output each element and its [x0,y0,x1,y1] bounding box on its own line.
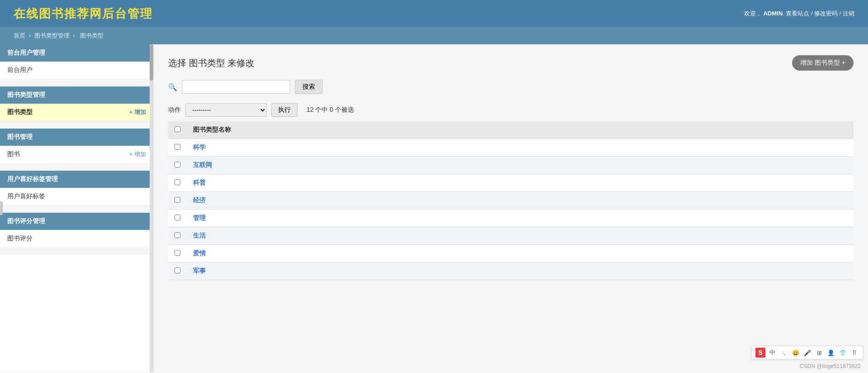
breadcrumb-category-mgmt[interactable]: 图书类型管理 [34,32,70,39]
row-checkbox-cell [168,227,187,245]
table-col-name: 图书类型名称 [187,121,854,139]
sidebar-spacer-4 [0,206,153,213]
select-all-checkbox[interactable] [175,126,180,132]
row-checkbox-4[interactable] [175,197,180,203]
ime-grid-icon[interactable]: ⊞ [814,348,824,358]
action-bar: 动作 --------- 执行 12 个中 0 个被选 [168,103,854,117]
app-title: 在线图书推荐网后台管理 [14,6,153,22]
breadcrumb-home[interactable]: 首页 [14,32,25,39]
ime-dots-icon[interactable]: ⠿ [849,348,859,358]
sidebar-collapse-button[interactable]: « [0,201,3,215]
row-checkbox-cell [168,245,187,263]
ime-user-icon[interactable]: 👤 [826,348,836,358]
row-name-cell: 科普 [187,174,854,192]
footer: CSDN @linge511873822 [800,363,861,369]
sidebar-item-book-rating[interactable]: 图书评分 [0,230,153,248]
row-checkbox-1[interactable] [175,144,180,150]
search-icon: 🔍 [168,83,177,91]
row-checkbox-7[interactable] [175,250,180,256]
ime-toolbar: S 中 ·, 😀 🎤 ⊞ 👤 👕 ⠿ [751,346,863,359]
row-checkbox-cell [168,263,187,280]
category-table-body: 科学 互联网 科普 经济 [168,139,854,280]
breadcrumb: 首页 › 图书类型管理 › 图书类型 [0,27,868,44]
execute-button[interactable]: 执行 [271,103,297,117]
action-select[interactable]: --------- [185,103,267,117]
ime-shirt-icon[interactable]: 👕 [838,348,848,358]
sidebar-section-rating-mgmt: 图书评分管理 [0,213,153,230]
selection-info: 12 个中 0 个被选 [307,106,354,114]
row-checkbox-5[interactable] [175,215,180,220]
row-checkbox-2[interactable] [175,162,180,167]
row-name-cell: 军事 [187,263,854,280]
breadcrumb-current: 图书类型 [80,32,104,39]
row-checkbox-8[interactable] [175,268,180,273]
row-name-link-1[interactable]: 科学 [193,143,206,151]
table-row: 生活 [168,227,854,245]
sidebar-section-user-mgmt: 前台用户管理 [0,44,153,62]
table-row: 科学 [168,139,854,157]
row-name-cell: 经济 [187,192,854,210]
view-site-link[interactable]: 查看站点 [786,10,809,17]
row-name-cell: 生活 [187,227,854,245]
ime-mic-icon[interactable]: 🎤 [802,348,812,358]
row-checkbox-cell [168,157,187,174]
sidebar-spacer-5 [0,248,153,255]
sidebar-section-book-mgmt: 图书管理 [0,129,153,146]
table-row: 爱情 [168,245,854,263]
scrollbar-thumb[interactable] [150,44,153,81]
sidebar-item-book-type[interactable]: 图书类型 + 增加 [0,104,153,121]
row-checkbox-cell [168,139,187,157]
search-input[interactable] [182,80,290,94]
main-content: 选择 图书类型 来修改 增加 图书类型 + 🔍 搜索 动作 --------- … [154,44,868,372]
table-row: 科普 [168,174,854,192]
footer-watermark: CSDN @linge511873822 [800,363,861,369]
table-header-row: 图书类型名称 [168,121,854,139]
row-name-link-6[interactable]: 生活 [193,232,206,239]
ime-zh-icon[interactable]: 中 [767,348,777,358]
sidebar-scroll: 前台用户管理 前台用户 图书类型管理 图书类型 + 增加 图书管理 图书 + 增… [0,44,153,372]
admin-name: ADMIN [763,10,783,17]
sidebar-item-frontend-user[interactable]: 前台用户 [0,62,153,79]
ime-s-icon: S [755,348,765,358]
sidebar-section-book-type-mgmt: 图书类型管理 [0,86,153,104]
row-name-cell: 科学 [187,139,854,157]
ime-emoji-icon[interactable]: 😀 [791,348,801,358]
row-name-cell: 互联网 [187,157,854,174]
row-name-cell: 爱情 [187,245,854,263]
header: 在线图书推荐网后台管理 欢迎， ADMIN. 查看站点 / 修改密码 / 注销 [0,0,868,27]
ime-dot-icon[interactable]: ·, [779,348,789,358]
sidebar-spacer-1 [0,79,153,86]
select-all-header [168,121,187,139]
category-table: 图书类型名称 科学 互联网 科普 [168,121,854,280]
layout: 前台用户管理 前台用户 图书类型管理 图书类型 + 增加 图书管理 图书 + 增… [0,44,868,372]
change-password-link[interactable]: 修改密码 [814,10,838,17]
add-category-button[interactable]: 增加 图书类型 + [792,55,854,71]
sidebar-spacer-3 [0,163,153,171]
main-header: 选择 图书类型 来修改 增加 图书类型 + [168,55,854,71]
row-checkbox-cell [168,192,187,210]
row-name-link-8[interactable]: 军事 [193,267,206,274]
action-label: 动作 [168,106,181,114]
table-row: 管理 [168,210,854,227]
sidebar-section-tag-mgmt: 用户喜好标签管理 [0,171,153,188]
table-row: 军事 [168,263,854,280]
logout-link[interactable]: 注销 [843,10,854,17]
row-name-link-7[interactable]: 爱情 [193,249,206,257]
row-name-link-4[interactable]: 经济 [193,196,206,204]
row-checkbox-3[interactable] [175,179,180,185]
sidebar-item-user-tag[interactable]: 用户喜好标签 [0,188,153,206]
book-add-btn[interactable]: + 增加 [129,150,146,158]
search-bar: 🔍 搜索 [168,80,854,94]
welcome-text: 欢迎， [744,10,762,17]
book-type-add-btn[interactable]: + 增加 [129,108,146,116]
row-checkbox-6[interactable] [175,232,180,238]
row-name-cell: 管理 [187,210,854,227]
row-checkbox-cell [168,210,187,227]
page-title: 选择 图书类型 来修改 [168,57,255,69]
row-checkbox-cell [168,174,187,192]
row-name-link-2[interactable]: 互联网 [193,161,212,168]
search-button[interactable]: 搜索 [295,80,323,94]
sidebar-item-book[interactable]: 图书 + 增加 [0,146,153,163]
row-name-link-5[interactable]: 管理 [193,214,206,221]
row-name-link-3[interactable]: 科普 [193,179,206,186]
